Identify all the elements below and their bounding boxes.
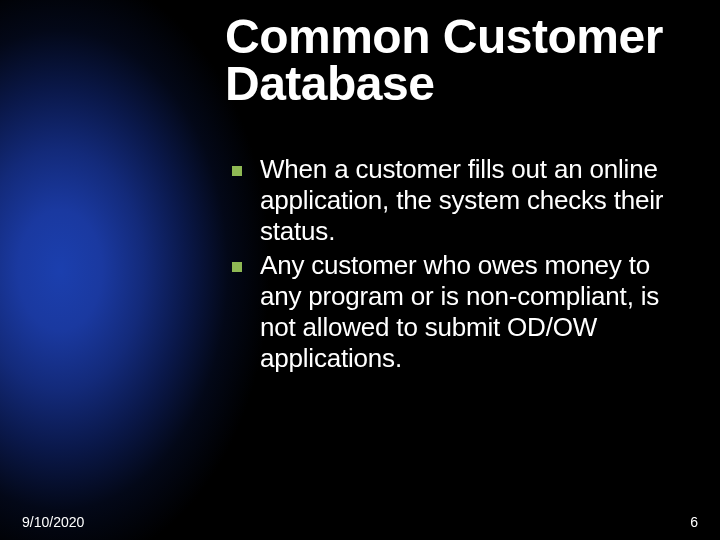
- bullet-text: When a customer fills out an online appl…: [260, 154, 690, 248]
- bullet-list: When a customer fills out an online appl…: [232, 154, 690, 376]
- footer-date: 9/10/2020: [22, 514, 84, 530]
- list-item: When a customer fills out an online appl…: [232, 154, 690, 248]
- square-bullet-icon: [232, 166, 242, 176]
- slide: Common Customer Database When a customer…: [0, 0, 720, 540]
- bullet-text: Any customer who owes money to any progr…: [260, 250, 690, 375]
- footer: 9/10/2020 6: [0, 514, 720, 530]
- square-bullet-icon: [232, 262, 242, 272]
- slide-title: Common Customer Database: [225, 14, 710, 107]
- footer-page-number: 6: [690, 514, 698, 530]
- list-item: Any customer who owes money to any progr…: [232, 250, 690, 375]
